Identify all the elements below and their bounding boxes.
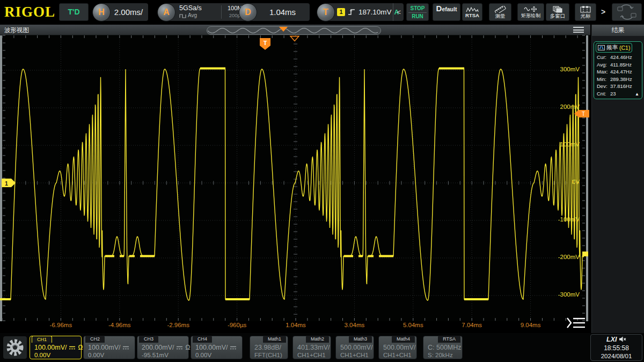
time-label: 5.04ms	[396, 322, 430, 328]
measurement-name: 频率	[606, 44, 618, 51]
channel-offset: -95.51mV	[142, 352, 169, 358]
rtsa-tab[interactable]: RTSA	[438, 336, 460, 343]
voltage-label: -300mV	[541, 291, 580, 298]
collapse-left-chevron[interactable]: <	[393, 3, 401, 21]
gear-icon	[3, 336, 27, 359]
channel-tab[interactable]: CH1	[32, 336, 52, 343]
bottom-status-bar: CH1100.00mV/Ω0.00VCH2100.00mV/0.00VCH320…	[0, 333, 644, 362]
overview-waveform	[207, 27, 380, 34]
trigger-group: 1 187.10mV A < T	[317, 3, 404, 21]
measurement-row: Min:289.38Hz	[596, 76, 640, 83]
voltage-label: 200mV	[541, 104, 580, 110]
voltage-label: 0V	[541, 179, 580, 185]
math-expression: FFT(CH1)	[254, 352, 282, 358]
channel-tab[interactable]: CH4	[193, 336, 212, 343]
trigger-info[interactable]: 1 187.10mV A <	[326, 3, 404, 21]
channel-card-ch1[interactable]: CH1100.00mV/Ω0.00V	[30, 336, 82, 359]
svg-text:T: T	[582, 111, 585, 117]
lxi-label: LXI	[606, 336, 617, 343]
channel-tab[interactable]: CH3	[139, 336, 158, 343]
time-label: -6.96ms	[43, 322, 78, 328]
channel-offset: 0.00V	[34, 352, 50, 358]
horizontal-knob[interactable]: H	[92, 3, 111, 21]
math-scale: 500.00mV/	[340, 344, 372, 351]
dc-coupling-icon	[176, 345, 183, 350]
measurement-row: Max:424.47Hz	[596, 68, 640, 76]
time-label: 7.04ms	[455, 322, 489, 328]
rtsa-card[interactable]: RTSAC: 500MHzS: 20kHz	[423, 336, 463, 359]
avg-mode-icon	[179, 13, 186, 18]
system-time: 18:55:58	[591, 344, 642, 352]
rising-edge-icon	[348, 9, 356, 16]
math-card-math4[interactable]: Math4500.00mV/CH1+CH1	[378, 336, 417, 359]
measurement-row: Dev:37.816Hz	[596, 83, 640, 90]
overview-position-marker[interactable]	[279, 27, 288, 32]
channel-scale: 100.00mV/Ω	[34, 344, 83, 351]
channel-scale: 100.00mV/	[88, 344, 129, 351]
dc-coupling-icon	[230, 345, 237, 350]
svg-text:T: T	[264, 40, 267, 46]
channel-card-ch3[interactable]: CH3200.00mV/Ω-95.51mV	[137, 336, 189, 359]
math-card-math1[interactable]: Math123.98dB/FFT(CH1)	[250, 336, 288, 359]
channel-reference-marker[interactable]	[582, 252, 588, 256]
channel-card-ch4[interactable]: CH4100.00mV/0.00V	[191, 336, 243, 359]
time-label: 9.04ms	[514, 322, 548, 328]
horizontal-group: 2.00ms/ H	[92, 3, 148, 21]
settings-gear-button[interactable]	[3, 336, 27, 359]
measurement-source: (C1)	[619, 45, 630, 51]
system-status-tile[interactable]: LXI 18:55:58 2024/08/01	[590, 334, 642, 361]
time-label: -960µs	[220, 322, 254, 328]
rtsa-center-freq: C: 500MHz	[428, 344, 462, 351]
math-tab[interactable]: Math4	[392, 336, 415, 343]
math-tab[interactable]: Math2	[306, 336, 329, 343]
math-card-math2[interactable]: Math2401.33mV/CH1+CH1	[292, 336, 331, 359]
acquire-knob[interactable]: A	[157, 3, 175, 21]
delay-value[interactable]: 1.04ms	[248, 3, 310, 21]
impedance-label: Ω	[78, 344, 83, 351]
delay-knob[interactable]: D	[239, 3, 257, 21]
math-tab[interactable]: Math1	[263, 336, 286, 343]
math-expression: CH1+CH1	[383, 352, 412, 358]
sample-rate: 5GSa/s	[179, 4, 202, 12]
voltage-label: -100mV	[541, 216, 580, 223]
measurement-row: Cnt:23▲	[596, 90, 640, 98]
right-scroll-strip[interactable]	[586, 35, 588, 321]
voltage-label: 300mV	[541, 66, 580, 72]
measurement-row: Cur:424.46Hz	[596, 54, 640, 61]
trigger-level: 187.10mV	[358, 8, 392, 16]
svg-text:1: 1	[5, 180, 8, 187]
speaker-muted-icon	[619, 336, 626, 342]
delay-group: 1.04ms D	[239, 3, 310, 21]
math-tab[interactable]: Math3	[349, 336, 372, 343]
measurement-row: Avg:411.85Hz	[596, 61, 640, 69]
timeline-overview-strip[interactable]	[207, 26, 381, 35]
results-panel-title: 结果	[592, 25, 644, 36]
math-scale: 401.33mV/	[297, 344, 330, 351]
voltage-label: -200mV	[541, 254, 580, 260]
time-label: 1.04ms	[279, 322, 313, 328]
channel-offset: 0.00V	[88, 352, 104, 358]
measurement-card[interactable]: 频率(C1) Cur:424.46HzAvg:411.85HzMax:424.4…	[594, 41, 642, 99]
rtsa-span: S: 20kHz	[428, 352, 453, 358]
trigger-knob[interactable]: T	[317, 3, 335, 21]
math-scale: 23.98dB/	[254, 344, 281, 351]
channel-offset: 0.00V	[195, 352, 211, 358]
impedance-label: Ω	[185, 344, 190, 351]
collapse-triangle-icon[interactable]: ▲	[635, 91, 639, 98]
dc-coupling-icon	[69, 345, 76, 350]
measurement-icon	[598, 45, 605, 50]
acquire-mode: Avg	[188, 12, 197, 19]
dc-coupling-icon	[122, 345, 129, 350]
time-label: -4.96ms	[103, 322, 137, 328]
system-date: 2024/08/01	[591, 352, 642, 360]
time-label: -2.96ms	[161, 322, 195, 328]
voltage-label: 100mV	[541, 141, 580, 147]
channel-tab[interactable]: CH2	[85, 336, 105, 343]
vertical-scroll-strip[interactable]	[0, 35, 2, 321]
math-expression: CH1+CH1	[297, 352, 326, 358]
window-menu-icon[interactable]	[573, 27, 584, 34]
time-label: 3.04ms	[337, 322, 371, 328]
trigger-source-badge: 1	[337, 8, 345, 16]
channel-card-ch2[interactable]: CH2100.00mV/0.00V	[83, 336, 135, 359]
math-card-math3[interactable]: Math3500.00mV/CH1+CH1	[335, 336, 374, 359]
